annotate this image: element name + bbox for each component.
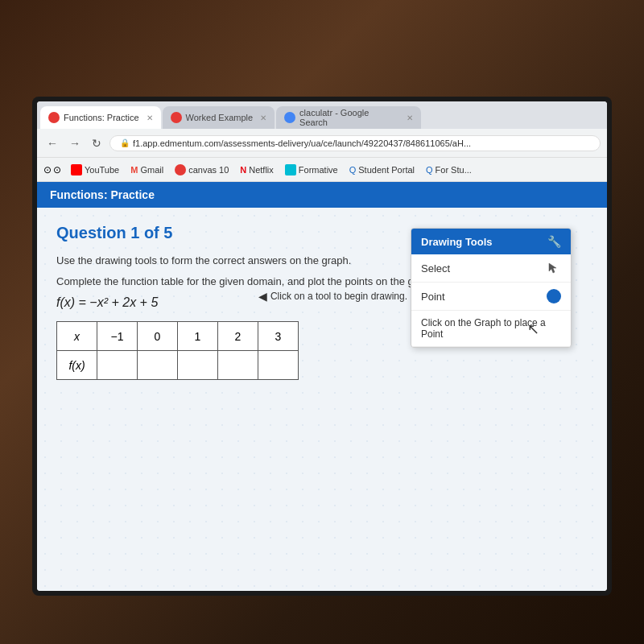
cursor-arrow: ↖ — [527, 320, 539, 338]
formative-icon — [285, 164, 296, 175]
laptop-background: Functions: Practice ✕ Worked Example ✕ c… — [0, 0, 644, 644]
bookmark-youtube-label: YouTube — [85, 165, 119, 175]
table-header-0: 0 — [138, 322, 178, 351]
tab-close-functions[interactable]: ✕ — [147, 114, 153, 122]
bookmark-canvas-label: canvas 10 — [188, 165, 229, 175]
tab-icon-functions — [48, 112, 60, 123]
content-wrapper: Question 1 of 5 Use the drawing tools to… — [56, 224, 588, 380]
drawing-tool-point[interactable]: Point — [411, 283, 571, 311]
bookmark-student-portal[interactable]: Q Student Portal — [345, 163, 419, 176]
tab-label-worked: Worked Example — [186, 113, 254, 122]
wrench-icon: 🔧 — [547, 235, 561, 248]
bookmark-canvas[interactable]: canvas 10 — [170, 163, 233, 177]
select-label: Select — [421, 262, 450, 275]
bookmark-gmail-label: Gmail — [140, 165, 163, 175]
select-cursor-icon — [547, 261, 561, 275]
drawing-tools-panel: Drawing Tools 🔧 Select — [411, 228, 572, 348]
student-portal-icon: Q — [349, 165, 357, 175]
tool-hint-text: Click on a tool to begin drawing. — [270, 291, 407, 302]
main-content: Question 1 of 5 Use the drawing tools to… — [37, 208, 607, 591]
table-header-neg1: −1 — [97, 322, 138, 351]
tool-hint-outside: ◀ Click on a tool to begin drawing. — [258, 290, 407, 303]
reload-button[interactable]: ↻ — [89, 135, 105, 151]
table-cell-3[interactable] — [178, 351, 218, 380]
bookmark-for-stu[interactable]: Q For Stu... — [421, 163, 477, 176]
tab-close-worked[interactable]: ✕ — [260, 114, 266, 122]
screen-container: Functions: Practice ✕ Worked Example ✕ c… — [32, 97, 612, 596]
radio-btn-2[interactable]: ⊙ — [53, 164, 61, 175]
url-bar[interactable]: 🔒 f1.app.edmentum.com/assessments-delive… — [109, 135, 601, 151]
drawing-tool-select[interactable]: Select — [411, 254, 571, 283]
bookmark-formative[interactable]: Formative — [280, 163, 343, 177]
tab-icon-google — [284, 112, 295, 123]
radio-btn-1[interactable]: ⊙ — [43, 164, 52, 175]
drawing-tools-header: Drawing Tools 🔧 — [411, 229, 571, 254]
browser-window: Functions: Practice ✕ Worked Example ✕ c… — [37, 101, 607, 591]
tab-google[interactable]: claculatr - Google Search ✕ — [276, 106, 421, 129]
tab-label-google: claculatr - Google Search — [299, 108, 399, 127]
point-circle-icon — [547, 289, 561, 303]
page-header-title: Functions: Practice — [50, 188, 155, 201]
table-header-3: 3 — [258, 322, 299, 351]
tab-bar: Functions: Practice ✕ Worked Example ✕ c… — [37, 101, 607, 129]
bookmark-netflix-label: Netflix — [249, 165, 274, 175]
equation-label: f(x) = −x² + 2x + 5 — [56, 295, 158, 309]
drawing-tools-hint: Click on the Graph to place a Point — [411, 311, 571, 347]
tab-icon-worked — [171, 112, 182, 123]
youtube-icon — [71, 164, 82, 175]
arrow-left-icon: ◀ — [258, 290, 267, 303]
bookmark-for-stu-label: For Stu... — [436, 165, 472, 175]
back-button[interactable]: ← — [43, 135, 61, 151]
function-table: x −1 0 1 2 3 f(x) — [56, 321, 299, 380]
table-cell-2[interactable] — [138, 351, 178, 380]
table-header-1: 1 — [178, 322, 218, 351]
gmail-icon: M — [130, 165, 138, 175]
table-cell-1[interactable] — [97, 351, 138, 380]
table-cell-5[interactable] — [258, 351, 299, 380]
tab-label-functions: Functions: Practice — [64, 113, 139, 122]
table-cell-4[interactable] — [218, 351, 258, 380]
forward-button[interactable]: → — [66, 135, 84, 151]
tab-worked-example[interactable]: Worked Example ✕ — [163, 106, 275, 129]
bookmark-netflix[interactable]: N Netflix — [235, 163, 279, 176]
page-header: Functions: Practice — [37, 182, 607, 208]
bookmarks-bar: ⊙ ⊙ YouTube M Gmail canvas 10 N Netflix — [37, 158, 607, 182]
bookmark-youtube[interactable]: YouTube — [66, 163, 124, 177]
bookmark-gmail[interactable]: M Gmail — [126, 163, 168, 176]
table-row-label: f(x) — [57, 351, 97, 380]
point-label: Point — [421, 291, 445, 303]
address-bar: ← → ↻ 🔒 f1.app.edmentum.com/assessments-… — [37, 129, 607, 158]
tab-close-google[interactable]: ✕ — [407, 114, 413, 122]
table-header-x: x — [57, 322, 97, 351]
for-stu-icon: Q — [426, 165, 433, 175]
drawing-tools-title: Drawing Tools — [421, 236, 493, 248]
tab-functions-practice[interactable]: Functions: Practice ✕ — [40, 106, 161, 129]
bookmark-student-portal-label: Student Portal — [358, 165, 415, 175]
canvas-icon — [175, 164, 186, 175]
table-header-2: 2 — [218, 322, 258, 351]
bookmark-formative-label: Formative — [299, 165, 338, 175]
netflix-icon: N — [240, 165, 246, 175]
url-text: f1.app.edmentum.com/assessments-delivery… — [133, 138, 471, 148]
lock-icon: 🔒 — [120, 138, 130, 147]
